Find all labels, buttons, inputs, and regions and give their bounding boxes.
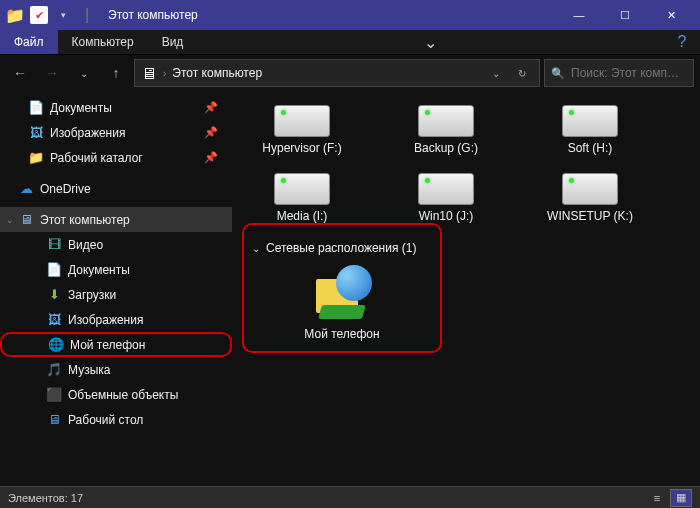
- folder-icon: 📁: [6, 6, 24, 24]
- drive-label: WINSETUP (K:): [547, 209, 633, 223]
- sidebar-item-label: Музыка: [68, 363, 110, 377]
- pin-icon: 📌: [204, 126, 218, 139]
- drive-item[interactable]: Media (I:): [242, 165, 362, 223]
- drive-icon: [418, 165, 474, 205]
- pictures-icon: 🖼: [28, 125, 44, 141]
- onedrive-icon: ☁: [18, 181, 34, 197]
- sidebar-item-documents[interactable]: 📄 Документы 📌: [0, 95, 232, 120]
- titlebar: 📁 ✔ ▾ | Этот компьютер — ☐ ✕: [0, 0, 700, 30]
- folder-icon: 📁: [28, 150, 44, 166]
- sidebar-item-thispc[interactable]: ⌄ 🖥 Этот компьютер: [0, 207, 232, 232]
- minimize-button[interactable]: —: [556, 0, 602, 30]
- icons-view-button[interactable]: ▦: [670, 489, 692, 507]
- tab-file[interactable]: Файл: [0, 30, 58, 54]
- drive-icon: [274, 165, 330, 205]
- help-icon[interactable]: ?: [664, 30, 700, 54]
- sidebar-item-label: Изображения: [50, 126, 125, 140]
- drive-label: Backup (G:): [414, 141, 478, 155]
- drive-item[interactable]: Win10 (J:): [386, 165, 506, 223]
- up-button[interactable]: ↑: [102, 59, 130, 87]
- sidebar-item-myphone[interactable]: 🌐 Мой телефон: [0, 332, 232, 357]
- address-bar[interactable]: 🖥 › Этот компьютер ⌄ ↻: [134, 59, 540, 87]
- search-box[interactable]: 🔍: [544, 59, 694, 87]
- pin-icon: 📌: [204, 101, 218, 114]
- tab-computer[interactable]: Компьютер: [58, 30, 148, 54]
- sidebar-item-workdir[interactable]: 📁 Рабочий каталог 📌: [0, 145, 232, 170]
- network-location-item[interactable]: Мой телефон: [252, 261, 432, 341]
- expand-icon[interactable]: ⌄: [6, 215, 14, 225]
- window-title: Этот компьютер: [108, 8, 198, 22]
- sidebar-item-label: Объемные объекты: [68, 388, 178, 402]
- network-locations-highlight: ⌄ Сетевые расположения (1) Мой телефон: [242, 223, 442, 353]
- sidebar-item-videos[interactable]: 🎞 Видео: [0, 232, 232, 257]
- close-button[interactable]: ✕: [648, 0, 694, 30]
- address-dropdown-icon[interactable]: ⌄: [485, 68, 507, 79]
- sidebar-item-3dobjects[interactable]: ⬛ Объемные объекты: [0, 382, 232, 407]
- sidebar-item-downloads[interactable]: ⬇ Загрузки: [0, 282, 232, 307]
- document-icon: 📄: [46, 262, 62, 278]
- sidebar-item-label: Загрузки: [68, 288, 116, 302]
- pc-icon: 🖥: [141, 65, 157, 81]
- drive-item[interactable]: WINSETUP (K:): [530, 165, 650, 223]
- details-view-button[interactable]: ≡: [646, 489, 668, 507]
- status-bar: Элементов: 17 ≡ ▦: [0, 486, 700, 508]
- navigation-pane: 📄 Документы 📌 🖼 Изображения 📌 📁 Рабочий …: [0, 91, 232, 486]
- breadcrumb[interactable]: Этот компьютер: [172, 66, 262, 80]
- section-header-network[interactable]: ⌄ Сетевые расположения (1): [252, 241, 432, 255]
- download-icon: ⬇: [46, 287, 62, 303]
- quick-access-toolbar: 📁 ✔ ▾ |: [6, 6, 96, 24]
- music-icon: 🎵: [46, 362, 62, 378]
- search-icon: 🔍: [551, 67, 565, 80]
- sidebar-item-label: Видео: [68, 238, 103, 252]
- ribbon-collapse-icon[interactable]: ⌄: [413, 30, 449, 54]
- maximize-button[interactable]: ☐: [602, 0, 648, 30]
- ribbon-tabs: Файл Компьютер Вид ⌄ ?: [0, 30, 700, 55]
- chevron-down-icon: ⌄: [252, 243, 260, 254]
- sidebar-item-documents-pc[interactable]: 📄 Документы: [0, 257, 232, 282]
- sidebar-item-pictures-pc[interactable]: 🖼 Изображения: [0, 307, 232, 332]
- drive-item[interactable]: Soft (H:): [530, 97, 650, 155]
- drive-label: Hypervisor (F:): [262, 141, 341, 155]
- drives-grid: Hypervisor (F:) Backup (G:) Soft (H:) Me…: [242, 97, 690, 223]
- network-location-icon: [310, 265, 374, 321]
- drive-icon: [274, 97, 330, 137]
- drive-label: Media (I:): [277, 209, 328, 223]
- pictures-icon: 🖼: [46, 312, 62, 328]
- sidebar-item-music[interactable]: 🎵 Музыка: [0, 357, 232, 382]
- pc-icon: 🖥: [18, 212, 34, 228]
- sidebar-item-label: Этот компьютер: [40, 213, 130, 227]
- recent-locations-icon[interactable]: ⌄: [70, 59, 98, 87]
- 3d-objects-icon: ⬛: [46, 387, 62, 403]
- content-pane: Hypervisor (F:) Backup (G:) Soft (H:) Me…: [232, 91, 700, 486]
- qat-dropdown-icon[interactable]: ▾: [54, 6, 72, 24]
- drive-item[interactable]: Hypervisor (F:): [242, 97, 362, 155]
- sidebar-item-desktop[interactable]: 🖥 Рабочий стол: [0, 407, 232, 432]
- video-icon: 🎞: [46, 237, 62, 253]
- drive-label: Win10 (J:): [419, 209, 474, 223]
- sidebar-item-label: OneDrive: [40, 182, 91, 196]
- pin-icon: 📌: [204, 151, 218, 164]
- sidebar-item-label: Документы: [50, 101, 112, 115]
- divider: |: [78, 6, 96, 24]
- forward-button[interactable]: →: [38, 59, 66, 87]
- sidebar-item-pictures[interactable]: 🖼 Изображения 📌: [0, 120, 232, 145]
- sidebar-item-label: Мой телефон: [70, 338, 145, 352]
- drive-icon: [562, 97, 618, 137]
- back-button[interactable]: ←: [6, 59, 34, 87]
- drive-icon: [418, 97, 474, 137]
- refresh-button[interactable]: ↻: [511, 68, 533, 79]
- drive-item[interactable]: Backup (G:): [386, 97, 506, 155]
- network-location-icon: 🌐: [48, 337, 64, 353]
- checkbox-icon[interactable]: ✔: [30, 6, 48, 24]
- sidebar-item-onedrive[interactable]: ☁ OneDrive: [0, 176, 232, 201]
- navigation-bar: ← → ⌄ ↑ 🖥 › Этот компьютер ⌄ ↻ 🔍: [0, 55, 700, 91]
- desktop-icon: 🖥: [46, 412, 62, 428]
- drive-label: Soft (H:): [568, 141, 613, 155]
- search-input[interactable]: [571, 66, 687, 80]
- network-location-label: Мой телефон: [304, 327, 379, 341]
- status-count-label: Элементов:: [8, 492, 68, 504]
- status-count: 17: [71, 492, 83, 504]
- sidebar-item-label: Изображения: [68, 313, 143, 327]
- main-area: 📄 Документы 📌 🖼 Изображения 📌 📁 Рабочий …: [0, 91, 700, 486]
- tab-view[interactable]: Вид: [148, 30, 198, 54]
